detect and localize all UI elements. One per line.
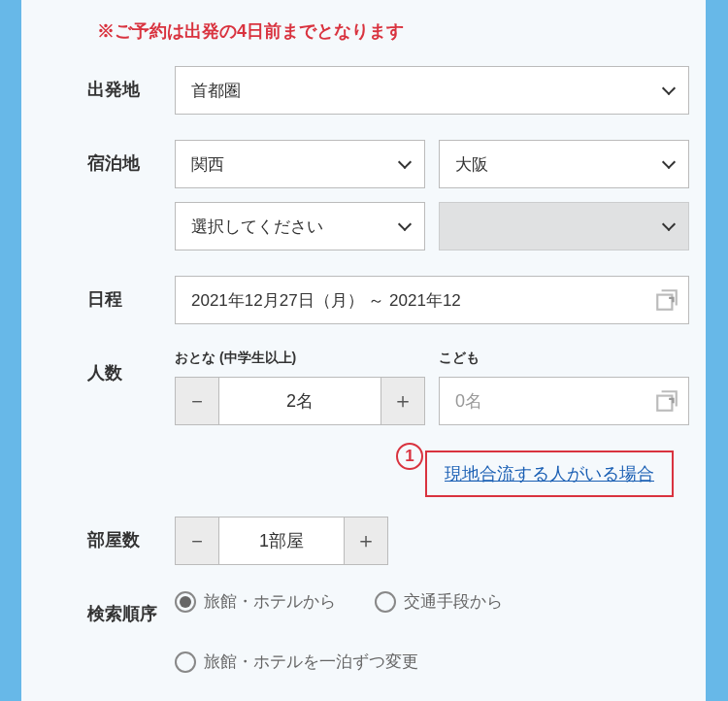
child-sublabel: こども bbox=[439, 350, 689, 367]
annotation-number: 1 bbox=[396, 443, 423, 470]
adult-sublabel: おとな (中学生以上) bbox=[175, 350, 425, 367]
rooms-stepper: － 1部屋 ＋ bbox=[175, 517, 388, 565]
departure-select[interactable]: 首都圏 bbox=[175, 66, 689, 115]
stay-sub-select[interactable]: 選択してください bbox=[175, 202, 425, 250]
schedule-label: 日程 bbox=[87, 276, 175, 311]
radio-icon bbox=[175, 651, 196, 673]
stay-row: 宿泊地 関西 大阪 選択してください bbox=[87, 140, 689, 250]
radio-transport-first[interactable]: 交通手段から bbox=[375, 590, 503, 613]
adult-value: 2名 bbox=[219, 377, 381, 425]
stay-disabled-select bbox=[439, 202, 689, 250]
radio-per-night[interactable]: 旅館・ホテルを一泊ずつ変更 bbox=[175, 651, 418, 673]
stay-region-select[interactable]: 関西 bbox=[175, 140, 425, 188]
stay-city-select[interactable]: 大阪 bbox=[439, 140, 689, 188]
people-label: 人数 bbox=[87, 350, 175, 384]
rooms-minus-button[interactable]: － bbox=[175, 517, 219, 565]
date-input[interactable]: 2021年12月27日（月） ～ 2021年12 bbox=[175, 276, 689, 324]
radio-label: 旅館・ホテルから bbox=[204, 590, 336, 613]
child-input[interactable]: 0名 bbox=[439, 377, 689, 425]
search-order-row-2: 旅館・ホテルを一泊ずつ変更 bbox=[87, 651, 689, 673]
search-order-row: 検索順序 旅館・ホテルから 交通手段から bbox=[87, 590, 689, 625]
rooms-row: 部屋数 － 1部屋 ＋ bbox=[87, 517, 689, 565]
adult-stepper: － 2名 ＋ bbox=[175, 377, 425, 425]
radio-hotel-first[interactable]: 旅館・ホテルから bbox=[175, 590, 336, 613]
local-join-link[interactable]: 現地合流する人がいる場合 bbox=[445, 464, 654, 484]
departure-row: 出発地 首都圏 bbox=[87, 66, 689, 115]
radio-icon bbox=[375, 591, 396, 613]
adult-plus-button[interactable]: ＋ bbox=[381, 377, 425, 425]
search-order-label: 検索順序 bbox=[87, 590, 175, 625]
schedule-row: 日程 2021年12月27日（月） ～ 2021年12 bbox=[87, 276, 689, 324]
rooms-label: 部屋数 bbox=[87, 517, 175, 551]
stay-label: 宿泊地 bbox=[87, 140, 175, 175]
radio-icon bbox=[175, 591, 196, 613]
people-row: 人数 おとな (中学生以上) － 2名 ＋ こども 0名 bbox=[87, 350, 689, 425]
rooms-plus-button[interactable]: ＋ bbox=[344, 517, 388, 565]
annotation-container: 1 現地合流する人がいる場合 bbox=[87, 451, 689, 497]
radio-label: 交通手段から bbox=[404, 590, 503, 613]
reservation-notice: ※ご予約は出発の4日前までとなります bbox=[97, 19, 689, 43]
departure-label: 出発地 bbox=[87, 66, 175, 101]
link-highlight-box: 現地合流する人がいる場合 bbox=[425, 451, 674, 497]
rooms-value: 1部屋 bbox=[219, 517, 344, 565]
radio-label: 旅館・ホテルを一泊ずつ変更 bbox=[204, 651, 418, 673]
adult-minus-button[interactable]: － bbox=[175, 377, 219, 425]
